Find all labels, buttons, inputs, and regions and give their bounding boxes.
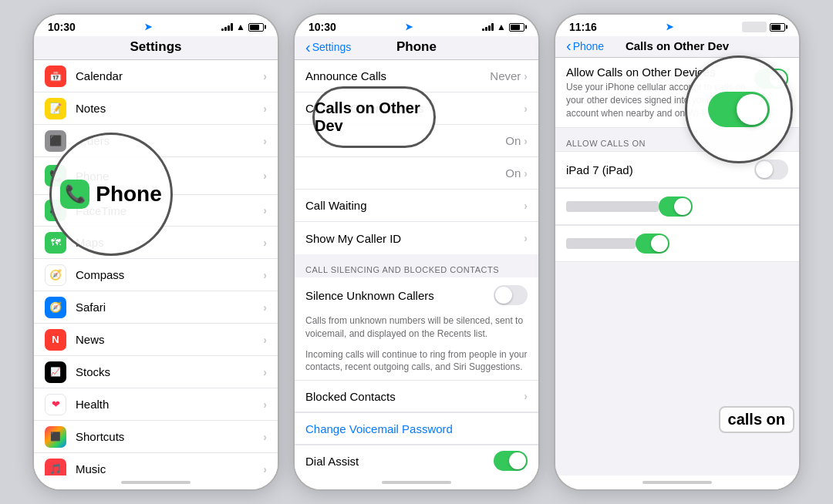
status-icons-2: ▲ <box>482 22 524 32</box>
allow-calls-on-label: ALLOW CALLS ON <box>555 128 799 151</box>
phone-icon: 📞 <box>45 165 66 186</box>
list-item-call-waiting[interactable]: Call Waiting › <box>295 190 538 222</box>
safari-chevron: › <box>263 301 267 314</box>
back-button-2[interactable]: ‹ Settings <box>305 39 351 56</box>
health-chevron: › <box>263 398 267 411</box>
silence-unknown-toggle[interactable] <box>494 285 528 305</box>
partial-icon: ⬛ <box>45 130 66 152</box>
status-icons-3 <box>742 22 785 32</box>
on-2-value: On <box>505 166 521 180</box>
announce-calls-value: Never <box>490 69 521 82</box>
battery-3 <box>770 23 785 32</box>
compass-chevron: › <box>263 269 267 281</box>
device-item-censored-2[interactable] <box>555 225 799 262</box>
device-censored-1-toggle[interactable] <box>659 197 693 217</box>
device-item-censored-1[interactable] <box>555 188 799 225</box>
calls-other-list: Allow Calls on Other Devices Use your iP… <box>555 58 799 489</box>
list-item-blocked[interactable]: Blocked Contacts › <box>295 380 538 412</box>
facetime-icon: 📹 <box>45 200 66 221</box>
notes-icon: 📝 <box>45 98 66 119</box>
back-button-3[interactable]: ‹ Phone <box>566 37 604 55</box>
silence-unknown-label: Silence Unknown Callers <box>305 289 494 302</box>
list-item-announce-calls[interactable]: Announce Calls Never › <box>295 60 538 92</box>
maps-icon: 🗺 <box>45 232 66 254</box>
list-item-silence-unknown[interactable]: Silence Unknown Callers <box>295 277 538 313</box>
nav-bar-2: ‹ Settings Phone <box>295 36 538 60</box>
time-2: 10:30 <box>309 21 336 33</box>
list-item-shortcuts[interactable]: ⬛ Shortcuts › <box>34 421 278 453</box>
list-item-health[interactable]: ❤ Health › <box>34 388 278 421</box>
list-item-safari[interactable]: 🧭 Safari › <box>34 291 278 324</box>
stocks-chevron: › <box>263 366 267 378</box>
list-item-stocks[interactable]: 📈 Stocks › <box>34 356 278 388</box>
silence-unknown-container: Silence Unknown Callers Calls from unkno… <box>295 277 538 380</box>
dial-assist-label: Dial Assist <box>305 455 494 468</box>
allow-calls-section: Allow Calls on Other Devices Use your iP… <box>555 58 799 128</box>
allow-calls-item[interactable]: Allow Calls on Other Devices Use your iP… <box>555 58 799 127</box>
status-bar-1: 10:30 ➤ ▲ <box>34 15 278 36</box>
shortcuts-label: Shortcuts <box>76 430 263 443</box>
maps-chevron: › <box>263 237 267 249</box>
music-chevron: › <box>263 463 267 475</box>
call-waiting-label: Call Waiting <box>305 199 524 212</box>
back-label-2: Settings <box>312 41 352 53</box>
list-item-partial[interactable]: ⬛ …ders › <box>34 125 278 157</box>
list-item-calls-other[interactable]: Calls on Other Devices › <box>295 92 538 125</box>
stocks-icon: 📈 <box>45 361 66 383</box>
music-icon: 🎵 <box>45 459 66 476</box>
caller-id-chevron: › <box>524 232 528 244</box>
back-chevron-2: ‹ <box>305 39 311 56</box>
list-item-facetime[interactable]: 📹 FaceTime › <box>34 194 278 227</box>
device-censored-2-toggle[interactable] <box>636 234 669 254</box>
dial-assist-toggle[interactable] <box>494 451 528 471</box>
on-1-chevron: › <box>524 135 528 147</box>
list-item-on-2[interactable]: On › <box>295 157 538 190</box>
silence-desc-1: Calls from unknown numbers will be silen… <box>295 313 538 347</box>
partial-label: …ders <box>76 134 263 147</box>
voicemail-label: Change Voicemail Password <box>305 422 528 435</box>
location-icon-2: ➤ <box>405 22 413 32</box>
home-indicator-2 <box>295 475 538 489</box>
list-item-dial-assist[interactable]: Dial Assist <box>295 445 538 475</box>
on-1-value: On <box>505 134 521 147</box>
list-item-calendar[interactable]: 📅 Calendar › <box>34 60 278 92</box>
facetime-label: FaceTime <box>76 204 263 217</box>
blocked-chevron: › <box>524 390 528 402</box>
list-item-compass[interactable]: 🧭 Compass › <box>34 259 278 291</box>
phone-3: 11:16 ➤ ‹ Phone Calls on Other Dev Allow… <box>554 13 801 491</box>
allow-calls-title: Allow Calls on Other Devices <box>566 66 748 79</box>
nav-title-3: Calls on Other Dev <box>626 39 729 52</box>
allow-calls-text: Allow Calls on Other Devices Use your iP… <box>566 66 748 119</box>
device-ipad7-toggle[interactable] <box>754 160 788 180</box>
settings-list: 📅 Calendar › 📝 Notes › ⬛ …ders › <box>34 60 278 475</box>
allow-calls-toggle[interactable] <box>754 69 788 89</box>
music-label: Music <box>76 462 263 475</box>
on-2-chevron: › <box>524 167 528 180</box>
list-item-music[interactable]: 🎵 Music › <box>34 453 278 475</box>
list-item-maps[interactable]: 🗺 Maps › <box>34 227 278 259</box>
status-bar-3: 11:16 ➤ <box>555 15 799 36</box>
list-item-caller-id[interactable]: Show My Caller ID › <box>295 222 538 254</box>
list-item-news[interactable]: N News › <box>34 324 278 356</box>
safari-icon: 🧭 <box>45 297 66 318</box>
list-item-on-1[interactable]: On › <box>295 125 538 157</box>
compass-label: Compass <box>76 268 263 281</box>
phone-2: 10:30 ➤ ▲ ‹ Settings Phone <box>293 13 540 491</box>
status-bar-2: 10:30 ➤ ▲ <box>295 15 538 36</box>
device-censored-1-name <box>566 201 659 212</box>
device-item-ipad7[interactable]: iPad 7 (iPad) <box>555 151 799 188</box>
announce-calls-label: Announce Calls <box>305 69 490 82</box>
calendar-chevron: › <box>263 70 267 82</box>
battery-1 <box>248 23 264 32</box>
maps-label: Maps <box>76 236 263 249</box>
list-item-voicemail[interactable]: Change Voicemail Password <box>295 412 538 445</box>
list-item-phone[interactable]: 📞 Phone › <box>34 157 278 194</box>
nav-title-1: Settings <box>130 39 181 55</box>
phone-settings-list: Announce Calls Never › Calls on Other De… <box>295 60 538 475</box>
device-ipad7-name: iPad 7 (iPad) <box>566 163 754 176</box>
list-item-notes[interactable]: 📝 Notes › <box>34 92 278 125</box>
status-icons-1: ▲ <box>221 22 264 32</box>
censored-status <box>742 22 767 32</box>
safari-label: Safari <box>76 301 263 314</box>
call-waiting-chevron: › <box>524 200 528 212</box>
